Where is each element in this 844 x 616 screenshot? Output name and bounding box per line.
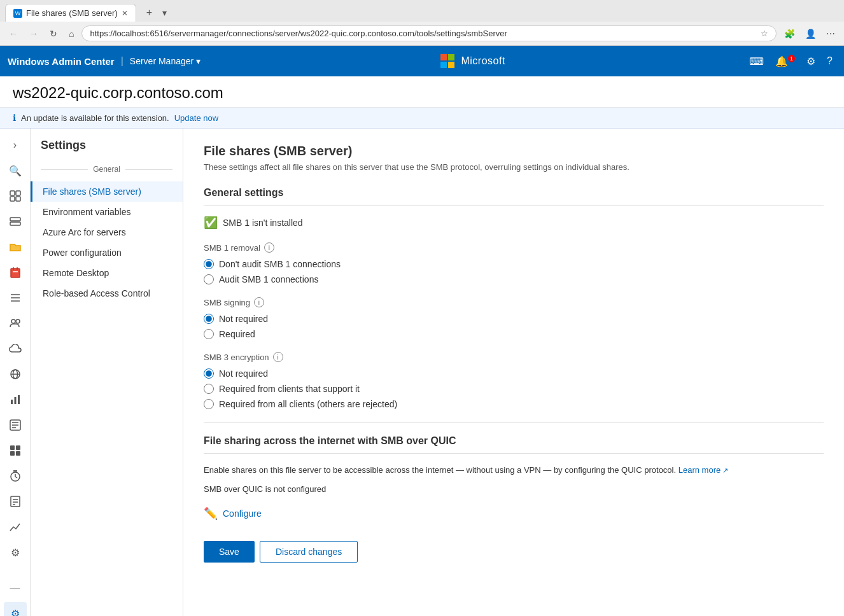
new-tab-button[interactable]: + bbox=[141, 4, 157, 21]
svg-rect-8 bbox=[17, 267, 18, 270]
settings-nav-file-shares[interactable]: File shares (SMB server) bbox=[31, 181, 183, 202]
sidebar-search-button[interactable]: 🔍 bbox=[4, 159, 27, 182]
settings-panel-title: Settings bbox=[31, 139, 183, 160]
svg-rect-4 bbox=[10, 218, 20, 221]
wac-brand-label: Windows Admin Center bbox=[8, 56, 115, 67]
settings-nav-env-vars[interactable]: Environment variables bbox=[31, 202, 183, 222]
browser-profile-button[interactable]: 👤 bbox=[801, 26, 820, 41]
smb3-required-support-option[interactable]: Required from clients that support it bbox=[204, 384, 824, 394]
smb3-encryption-info-icon[interactable]: i bbox=[273, 352, 283, 362]
smb3-encryption-group: SMB 3 encryption i Not required Required… bbox=[204, 352, 824, 409]
browser-action-icons: 🧩 👤 ⋯ bbox=[780, 26, 839, 41]
page-header: ws2022-quic.corp.contoso.com bbox=[0, 76, 844, 108]
server-manager-dropdown[interactable]: Server Manager ▾ bbox=[130, 56, 200, 66]
forward-button[interactable]: → bbox=[25, 26, 42, 41]
sidebar-analytics-icon[interactable] bbox=[4, 515, 27, 538]
refresh-button[interactable]: ↻ bbox=[46, 26, 61, 41]
sidebar-timer-icon[interactable] bbox=[4, 465, 27, 487]
smb-signing-group: SMB signing i Not required Required bbox=[204, 297, 824, 339]
sidebar-registry-icon[interactable] bbox=[4, 414, 27, 437]
smb1-no-audit-option[interactable]: Don't audit SMB 1 connections bbox=[204, 259, 824, 269]
quic-description: Enable shares on this file server to be … bbox=[204, 464, 824, 477]
smb3-encryption-label: SMB 3 encryption i bbox=[204, 352, 824, 362]
save-button[interactable]: Save bbox=[204, 541, 255, 563]
svg-rect-18 bbox=[11, 400, 13, 404]
smb-signing-not-required-radio[interactable] bbox=[204, 314, 214, 324]
smb1-status-icon: ✅ bbox=[204, 216, 218, 230]
content-area: File shares (SMB server) These settings … bbox=[183, 129, 844, 616]
ms-sq-green bbox=[448, 54, 454, 60]
url-text: https://localhost:6516/servermanager/con… bbox=[90, 29, 756, 38]
smb3-required-support-label: Required from clients that support it bbox=[219, 384, 360, 394]
sidebar-toggle-button[interactable]: › bbox=[4, 134, 27, 157]
sidebar-more-icon[interactable]: — bbox=[4, 577, 27, 599]
smb3-not-required-radio[interactable] bbox=[204, 368, 214, 379]
sidebar-folder-icon[interactable] bbox=[4, 235, 27, 258]
svg-rect-27 bbox=[10, 451, 15, 456]
ms-sq-blue bbox=[440, 62, 447, 68]
smb-signing-required-radio[interactable] bbox=[204, 329, 214, 339]
ms-sq-yellow bbox=[448, 62, 454, 68]
smb3-required-support-radio[interactable] bbox=[204, 384, 214, 394]
sidebar-list-icon[interactable] bbox=[4, 286, 27, 309]
smb1-removal-info-icon[interactable]: i bbox=[264, 242, 274, 253]
tab-close-button[interactable]: ✕ bbox=[122, 9, 128, 18]
sidebar-users-icon[interactable] bbox=[4, 312, 27, 335]
bookmark-icon[interactable]: ☆ bbox=[761, 29, 768, 38]
ms-logo: Microsoft bbox=[440, 54, 505, 68]
tab-favicon: W bbox=[13, 9, 22, 18]
settings-nav-azure-arc[interactable]: Azure Arc for servers bbox=[31, 222, 183, 242]
svg-rect-19 bbox=[14, 397, 16, 404]
sidebar-apps-icon[interactable] bbox=[4, 439, 27, 462]
sidebar-events-icon[interactable] bbox=[4, 261, 27, 284]
configure-button[interactable]: ✏️ Configure bbox=[204, 507, 262, 521]
settings-nav: File shares (SMB server) Environment var… bbox=[31, 181, 183, 304]
sidebar-extensions-icon[interactable]: ⚙ bbox=[4, 541, 27, 564]
smb-signing-info-icon[interactable]: i bbox=[254, 297, 264, 307]
smb3-not-required-label: Not required bbox=[219, 368, 268, 379]
quic-section-divider bbox=[204, 422, 824, 423]
sidebar-overview-icon[interactable] bbox=[4, 185, 27, 207]
discard-changes-button[interactable]: Discard changes bbox=[260, 541, 358, 563]
svg-rect-6 bbox=[11, 269, 20, 277]
update-now-link[interactable]: Update now bbox=[174, 113, 218, 123]
wac-center: Microsoft bbox=[200, 54, 745, 68]
sidebar-notes-icon[interactable] bbox=[4, 490, 27, 513]
url-bar[interactable]: https://localhost:6516/servermanager/con… bbox=[81, 25, 777, 41]
browser-extensions-button[interactable]: 🧩 bbox=[780, 26, 799, 41]
smb3-required-all-radio[interactable] bbox=[204, 399, 214, 409]
smb-signing-not-required-option[interactable]: Not required bbox=[204, 314, 824, 324]
smb1-audit-radio[interactable] bbox=[204, 274, 214, 284]
sidebar-chart-icon[interactable] bbox=[4, 388, 27, 411]
quic-learn-more-link[interactable]: Learn more bbox=[679, 465, 729, 475]
settings-nav-remote-desktop[interactable]: Remote Desktop bbox=[31, 263, 183, 283]
settings-nav-power-config[interactable]: Power configuration bbox=[31, 242, 183, 263]
browser-tab[interactable]: W File shares (SMB server) ✕ bbox=[5, 4, 136, 22]
smb1-audit-option[interactable]: Audit SMB 1 connections bbox=[204, 274, 824, 284]
svg-point-13 bbox=[11, 319, 15, 323]
help-button[interactable]: ? bbox=[823, 52, 836, 71]
smb-signing-required-option[interactable]: Required bbox=[204, 329, 824, 339]
back-button[interactable]: ← bbox=[5, 26, 22, 41]
notifications-button[interactable]: 🔔1 bbox=[771, 52, 799, 71]
sidebar-settings-active-icon[interactable]: ⚙ bbox=[4, 602, 27, 616]
smb1-audit-label: Audit SMB 1 connections bbox=[219, 274, 318, 284]
sidebar-icons: › 🔍 bbox=[0, 129, 31, 616]
smb-signing-label: SMB signing i bbox=[204, 297, 824, 307]
terminal-button[interactable]: ⌨ bbox=[745, 52, 768, 71]
settings-button-topbar[interactable]: ⚙ bbox=[803, 52, 819, 71]
smb3-not-required-option[interactable]: Not required bbox=[204, 368, 824, 379]
sidebar-cloud-icon[interactable] bbox=[4, 337, 27, 360]
settings-nav-rbac[interactable]: Role-based Access Control bbox=[31, 283, 183, 304]
quic-status-text: SMB over QUIC is not configured bbox=[204, 484, 824, 494]
home-button[interactable]: ⌂ bbox=[65, 26, 78, 41]
configure-label: Configure bbox=[223, 508, 262, 519]
tab-more-button[interactable]: ▾ bbox=[162, 8, 167, 18]
smb3-required-all-option[interactable]: Required from all clients (others are re… bbox=[204, 399, 824, 409]
server-manager-label: Server Manager bbox=[130, 56, 193, 66]
sidebar-network-icon[interactable] bbox=[4, 363, 27, 386]
sidebar-storage-icon[interactable] bbox=[4, 210, 27, 233]
settings-group-general: General bbox=[41, 165, 172, 174]
smb1-no-audit-radio[interactable] bbox=[204, 259, 214, 269]
browser-menu-button[interactable]: ⋯ bbox=[822, 26, 839, 41]
